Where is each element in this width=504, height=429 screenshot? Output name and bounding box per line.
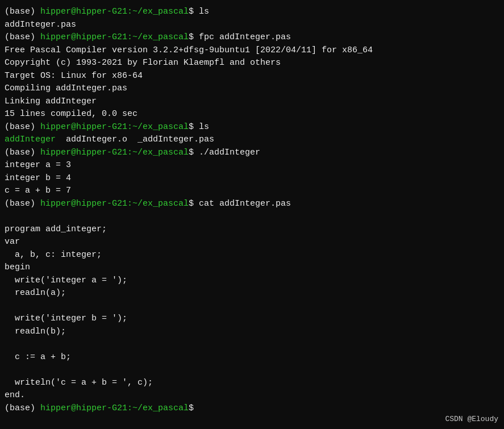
- terminal-line: (base) hipper@hipper-G21:~/ex_pascal$ ca…: [5, 198, 499, 211]
- terminal-line: (base) hipper@hipper-G21:~/ex_pascal$: [5, 402, 499, 415]
- terminal-line: write('integer b = ');: [5, 313, 499, 326]
- terminal-line: a, b, c: integer;: [5, 249, 499, 262]
- terminal-line: Compiling addInteger.pas: [5, 82, 499, 95]
- terminal-line: program add_integer;: [5, 223, 499, 236]
- terminal-line: (base) hipper@hipper-G21:~/ex_pascal$ ./…: [5, 147, 499, 160]
- terminal-line: integer a = 3: [5, 159, 499, 172]
- terminal-line: end.: [5, 389, 499, 402]
- terminal-line: (base) hipper@hipper-G21:~/ex_pascal$ fp…: [5, 31, 499, 44]
- terminal-line: write('integer a = ');: [5, 274, 499, 288]
- terminal-line: integer b = 4: [5, 172, 499, 185]
- terminal-line: addInteger.pas: [5, 19, 499, 32]
- terminal-line: readln(b);: [5, 326, 499, 339]
- terminal-line: c = a + b = 7: [5, 185, 499, 198]
- terminal-line: 15 lines compiled, 0.0 sec: [5, 108, 499, 121]
- terminal-line: Target OS: Linux for x86-64: [5, 70, 499, 83]
- terminal: (base) hipper@hipper-G21:~/ex_pascal$ ls…: [5, 6, 499, 415]
- terminal-line: Copyright (c) 1993-2021 by Florian Klaem…: [5, 57, 499, 70]
- watermark: CSDN @Eloudy: [445, 415, 498, 423]
- terminal-line: Free Pascal Compiler version 3.2.2+dfsg-…: [5, 44, 499, 57]
- terminal-line: var: [5, 236, 499, 249]
- terminal-line: (base) hipper@hipper-G21:~/ex_pascal$ ls: [5, 121, 499, 134]
- terminal-line: Linking addInteger: [5, 95, 499, 109]
- terminal-line: readln(a);: [5, 287, 499, 300]
- terminal-line: (base) hipper@hipper-G21:~/ex_pascal$ ls: [5, 6, 499, 19]
- terminal-line: c := a + b;: [5, 351, 499, 364]
- terminal-line: writeln('c = a + b = ', c);: [5, 377, 499, 390]
- terminal-line: begin: [5, 261, 499, 274]
- terminal-line: addInteger addInteger.o _addInteger.pas: [5, 134, 499, 147]
